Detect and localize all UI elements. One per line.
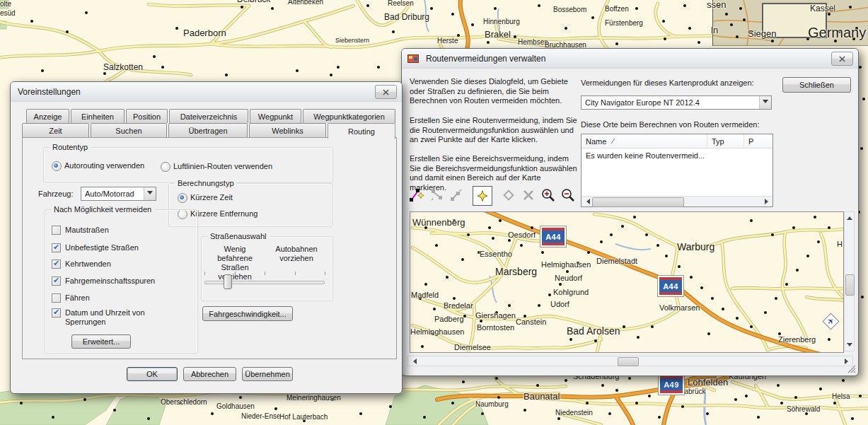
uebernehmen-button[interactable]: Übernehmen: [242, 367, 293, 381]
radio-autorouting-label: Autorouting verwenden: [64, 161, 144, 170]
kartenprodukt-dropdown[interactable]: City Navigator Europe NT 2012.4: [581, 95, 772, 110]
area-avoidance-icon[interactable]: [473, 186, 492, 206]
overview-map[interactable]: [712, 0, 868, 46]
scroll-left-icon[interactable]: [408, 356, 418, 366]
resize-grip[interactable]: [847, 364, 856, 373]
column-header-typ[interactable]: Typ: [707, 134, 744, 148]
abbrechen-button-label: Abbrechen: [191, 370, 228, 378]
radio-kuerzere-zeit-label: Kürzere Zeit: [190, 193, 233, 202]
erweitert-button[interactable]: Erweitert...: [71, 334, 131, 349]
abbrechen-button[interactable]: Abbrechen: [183, 367, 236, 381]
routenvermeidungen-dialog: Routenvermeidungen verwalten Verwenden S…: [401, 48, 859, 376]
tab-uebertragen[interactable]: Übertragen: [168, 123, 248, 137]
scroll-up-icon[interactable]: [845, 212, 855, 221]
fahrzeug-label: Fahrzeug:: [38, 190, 74, 198]
radio-kuerzere-entfernung-label: Kürzere Entfernung: [190, 209, 257, 218]
slider-track[interactable]: [204, 281, 325, 284]
delete-avoidance-icon[interactable]: [519, 186, 538, 204]
fahrzeug-dropdown[interactable]: Auto/Motorrad: [81, 187, 156, 201]
avoidance-list[interactable]: Name Typ P Es wurden keine Routenvermeid…: [581, 134, 773, 207]
checkbox-kehrtwenden[interactable]: [52, 260, 61, 269]
column-typ-label: Typ: [712, 137, 724, 146]
voreinstellungen-titlebar[interactable]: Voreinstellungen: [11, 82, 402, 102]
erweitert-button-label: Erweitert...: [83, 337, 120, 346]
schliessen-button[interactable]: Schließen: [782, 77, 851, 93]
overview-viewport-rect[interactable]: [762, 3, 827, 38]
zoom-in-icon[interactable]: [539, 186, 557, 204]
routentyp-legend: Routentyp: [50, 143, 91, 151]
checkbox-sperrungen-label: Datum und Uhrzeit von Sperrungen: [65, 308, 164, 327]
checkbox-sperrungen[interactable]: [52, 308, 61, 318]
column-name-label: Name: [586, 137, 606, 146]
berechnungstyp-legend: Berechnungstyp: [175, 179, 237, 187]
avoidance-map-panel[interactable]: WünnenbergOesdorfEssenthoMarsbergHelmigh…: [410, 211, 844, 353]
shield-label: A49: [664, 380, 679, 389]
kartenprodukt-value: City Navigator Europe NT 2012.4: [585, 98, 759, 107]
vermeiden-legend: Nach Möglichkeit vermeiden: [51, 205, 154, 214]
checkbox-mautstrassen[interactable]: [52, 226, 61, 235]
shield-label: A44: [545, 233, 561, 241]
select-avoidance-icon[interactable]: [499, 186, 518, 204]
chevron-down-icon: [759, 96, 771, 109]
tab-dateiverzeichnis[interactable]: Dateiverzeichnis: [169, 109, 248, 123]
tab-wegpunkt[interactable]: Wegpunkt: [250, 109, 301, 123]
zoom-out-icon[interactable]: [559, 186, 577, 204]
move-avoidance-point-icon[interactable]: [427, 186, 446, 204]
schliessen-button-label: Schließen: [799, 81, 834, 89]
tab-einheiten[interactable]: Einheiten: [71, 109, 125, 123]
tab-row-1: Anzeige Einheiten Position Dateiverzeich…: [26, 109, 395, 123]
voreinstellungen-dialog: Voreinstellungen Anzeige Einheiten Posit…: [10, 81, 403, 394]
fahrzeug-value: Auto/Motorrad: [85, 190, 144, 198]
checkbox-faehren[interactable]: [52, 293, 61, 303]
map-horizontal-scrollbar[interactable]: [407, 356, 853, 366]
slider-thumb[interactable]: [224, 274, 232, 289]
tab-row-2: Zeit Suchen Übertragen Weblinks Routing: [22, 123, 395, 137]
tab-suchen[interactable]: Suchen: [91, 123, 167, 137]
map-vertical-scrollbar[interactable]: [844, 211, 855, 351]
avoidance-list-header: Name Typ P: [581, 134, 772, 149]
column-header-name[interactable]: Name: [581, 134, 707, 148]
routenvermeidungen-titlebar[interactable]: Routenvermeidungen verwalten: [402, 49, 858, 69]
tab-zeit[interactable]: Zeit: [22, 123, 89, 137]
radio-luftlinien[interactable]: [161, 162, 170, 172]
highway-shield-a49: A49: [660, 375, 683, 393]
tab-position[interactable]: Position: [126, 109, 168, 123]
tab-anzeige[interactable]: Anzeige: [26, 109, 69, 123]
create-route-avoidance-icon[interactable]: [407, 186, 426, 204]
dialog-title: Routenvermeidungen verwalten: [426, 54, 545, 64]
scroll-left-icon[interactable]: [581, 197, 591, 206]
radio-autorouting[interactable]: [52, 161, 62, 171]
instructions-paragraph-2: Erstellen Sie eine Routenvermeidung, ind…: [410, 116, 577, 145]
produkt-label: Vermeidungen für dieses Kartenprodukt an…: [581, 78, 754, 87]
uebernehmen-button-label: Übernehmen: [245, 370, 290, 378]
checkbox-mautstrassen-label: Mautstraßen: [65, 226, 109, 234]
checkbox-unbefestigte-strassen[interactable]: [52, 243, 61, 252]
checkbox-faehren-label: Fähren: [65, 293, 90, 302]
map-hscrollbar-thumb[interactable]: [618, 357, 639, 366]
tab-routing[interactable]: Routing: [328, 123, 395, 139]
ok-button[interactable]: OK: [127, 367, 178, 381]
sort-indicator-icon: [611, 138, 615, 144]
column-p-label: P: [748, 137, 753, 146]
tab-weblinks[interactable]: Weblinks: [249, 123, 326, 137]
avoidance-list-empty-text: Es wurden keine Routenvermeid...: [581, 149, 772, 196]
scroll-right-icon[interactable]: [763, 197, 772, 206]
fahrgeschwindigkeit-button[interactable]: Fahrgeschwindigkeit...: [202, 306, 293, 321]
list-scrollbar-thumb[interactable]: [592, 197, 684, 207]
tab-wegpunktkategorien[interactable]: Wegpunktkategorien: [303, 109, 395, 123]
slider-right-label: Autobahnen vorziehen: [268, 245, 325, 263]
reverse-avoidance-point-icon[interactable]: [447, 186, 465, 204]
strassenauswahl-slider[interactable]: [204, 272, 325, 290]
checkbox-kehrtwenden-label: Kehrtwenden: [65, 260, 111, 268]
scroll-down-icon[interactable]: [845, 342, 855, 351]
column-header-p[interactable]: P: [744, 134, 772, 148]
close-icon[interactable]: [831, 52, 853, 66]
checkbox-fahrgemeinschaftsspuren[interactable]: [52, 276, 61, 286]
strassenauswahl-legend: Straßenauswahl: [207, 232, 270, 240]
close-icon[interactable]: [375, 85, 397, 99]
map-vscrollbar-thumb[interactable]: [845, 274, 855, 296]
shield-label: A44: [663, 282, 678, 291]
list-horizontal-scrollbar[interactable]: [581, 196, 772, 206]
chevron-down-icon: [144, 187, 156, 200]
radio-kuerzere-zeit[interactable]: [178, 193, 187, 203]
